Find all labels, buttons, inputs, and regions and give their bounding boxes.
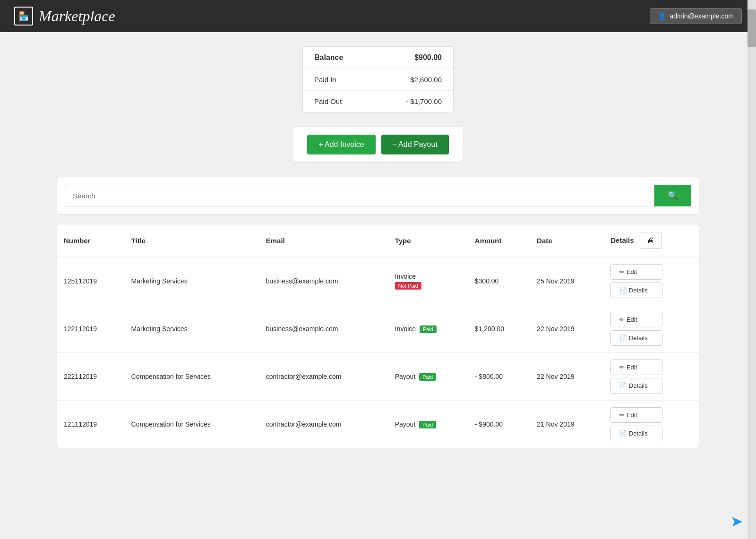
cell-date: 22 Nov 2019 [530,353,604,401]
cell-number: 122112019 [57,305,125,353]
marketplace-icon: 🏪 [14,7,33,26]
cell-type: Invoice Paid [388,305,468,353]
paid-badge: Paid [420,325,437,333]
paid-badge: Paid [419,421,436,428]
cell-date: 21 Nov 2019 [530,401,604,448]
balance-card: Balance $900.00 Paid In $2,600.00 Paid O… [302,46,454,112]
col-type: Type [388,224,468,257]
cell-number: 222112019 [57,353,125,401]
user-email: admin@example.com [670,12,734,20]
cell-details: ✏ Edit 📄 Details [604,353,699,401]
cell-date: 22 Nov 2019 [530,305,604,353]
paid-out-value: - $1,700.00 [406,97,442,105]
cell-number: 121112019 [57,401,125,448]
paid-badge: Paid [419,373,436,381]
paid-in-label: Paid In [314,76,336,84]
details-button[interactable]: 📄 Details [610,378,662,394]
header: 🏪 Marketplace 👤 admin@example.com [0,0,756,32]
paid-in-row: Paid In $2,600.00 [303,69,453,91]
search-button[interactable]: 🔍 [654,185,691,206]
cell-amount: - $800.00 [468,353,530,401]
cell-amount: $300.00 [468,257,530,305]
cell-email: business@example.com [259,305,388,353]
invoices-table: Number Title Email Type Amount Date Deta… [57,224,699,448]
edit-button[interactable]: ✏ Edit [610,312,662,327]
balance-row: Balance $900.00 [303,47,453,69]
cell-details: ✏ Edit 📄 Details [604,257,699,305]
col-title: Title [125,224,259,257]
col-email: Email [259,224,388,257]
cell-title: Marketing Services [125,257,259,305]
cell-amount: - $900.00 [468,401,530,448]
edit-button[interactable]: ✏ Edit [610,407,662,423]
edit-button[interactable]: ✏ Edit [610,359,662,375]
details-button[interactable]: 📄 Details [610,282,662,298]
col-date: Date [530,224,604,257]
edit-button[interactable]: ✏ Edit [610,264,662,280]
search-input[interactable] [65,185,654,206]
col-details: Details 🖨 [604,224,699,257]
balance-value: $900.00 [414,53,442,62]
cell-amount: $1,200.00 [468,305,530,353]
main-content: Balance $900.00 Paid In $2,600.00 Paid O… [0,32,756,462]
table-row: 222112019 Compensation for Services cont… [57,353,699,401]
user-menu[interactable]: 👤 admin@example.com [650,8,742,24]
table-row: 125112019 Marketing Services business@ex… [57,257,699,305]
cell-type: Payout Paid [388,401,468,448]
add-payout-button[interactable]: – Add Payout [381,135,449,154]
table-row: 122112019 Marketing Services business@ex… [57,305,699,353]
col-number: Number [57,224,125,257]
add-invoice-button[interactable]: + Add Invoice [307,135,376,154]
scrollbar-thumb[interactable] [747,9,756,47]
action-buttons-container: + Add Invoice – Add Payout [293,127,463,163]
paid-in-value: $2,600.00 [410,76,442,84]
col-amount: Amount [468,224,530,257]
cell-email: contractor@example.com [259,353,388,401]
cell-title: Compensation for Services [125,353,259,401]
table-row: 121112019 Compensation for Services cont… [57,401,699,448]
search-bar: 🔍 [57,177,699,214]
cell-details: ✏ Edit 📄 Details [604,401,699,448]
invoices-table-container: Number Title Email Type Amount Date Deta… [57,224,699,448]
scrollbar[interactable] [747,0,756,539]
app-title: Marketplace [39,8,115,25]
cell-email: business@example.com [259,257,388,305]
cell-type: Invoice Not Paid [388,257,468,305]
details-button[interactable]: 📄 Details [610,426,662,441]
paid-out-label: Paid Out [314,97,342,105]
cell-title: Marketing Services [125,305,259,353]
details-button[interactable]: 📄 Details [610,330,662,346]
print-button[interactable]: 🖨 [640,232,662,249]
cell-title: Compensation for Services [125,401,259,448]
table-header-row: Number Title Email Type Amount Date Deta… [57,224,699,257]
balance-label: Balance [314,53,343,62]
paid-out-row: Paid Out - $1,700.00 [303,91,453,112]
not-paid-badge: Not Paid [395,282,421,290]
nav-arrow-icon[interactable]: ➤ [731,514,742,530]
cell-number: 125112019 [57,257,125,305]
user-icon: 👤 [658,12,666,20]
logo-area: 🏪 Marketplace [14,7,115,26]
cell-details: ✏ Edit 📄 Details [604,305,699,353]
cell-type: Payout Paid [388,353,468,401]
cell-date: 25 Nov 2019 [530,257,604,305]
cell-email: contractor@example.com [259,401,388,448]
